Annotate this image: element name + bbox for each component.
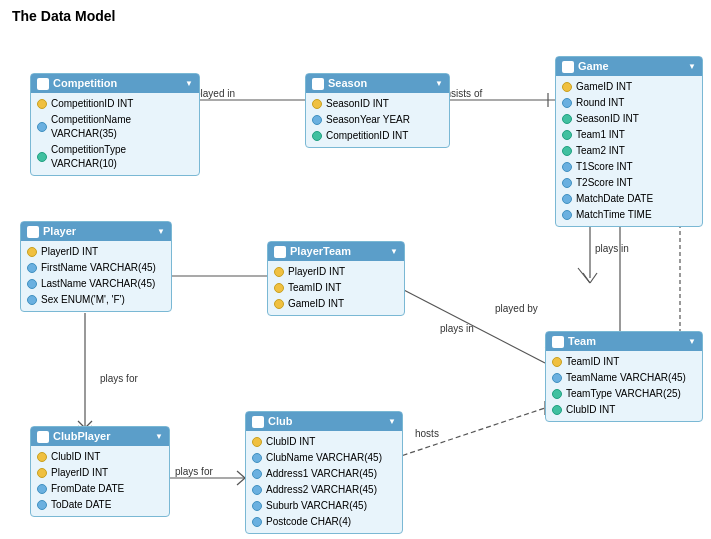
entity-playerteam: PlayerTeam ▼ PlayerID INT TeamID INT Gam…	[267, 241, 405, 316]
entity-season-body: SeasonID INT SeasonYear YEAR Competition…	[306, 93, 449, 147]
svg-line-10	[590, 273, 597, 283]
entity-team-body: TeamID INT TeamName VARCHAR(45) TeamType…	[546, 351, 702, 421]
label-hosts: hosts	[415, 428, 439, 439]
label-plays-for-2: plays for	[175, 466, 213, 477]
label-plays-for-1: plays for	[100, 373, 138, 384]
entity-season: Season ▼ SeasonID INT SeasonYear YEAR Co…	[305, 73, 450, 148]
field-competitionname: CompetitionName VARCHAR(35)	[35, 112, 195, 142]
entity-competition-body: CompetitionID INT CompetitionName VARCHA…	[31, 93, 199, 175]
page-title: The Data Model	[0, 0, 711, 28]
diagram: played in consists of plays in plays in …	[0, 28, 711, 538]
svg-line-11	[578, 268, 590, 283]
entity-clubplayer-body: ClubID INT PlayerID INT FromDate DATE To…	[31, 446, 169, 516]
entity-game-body: GameID INT Round INT SeasonID INT Team1 …	[556, 76, 702, 226]
svg-line-27	[237, 478, 245, 485]
entity-competition: Competition ▼ CompetitionID INT Competit…	[30, 73, 200, 176]
entity-club-body: ClubID INT ClubName VARCHAR(45) Address1…	[246, 431, 402, 533]
label-played-in: played in	[195, 88, 235, 99]
entity-clubplayer: ClubPlayer ▼ ClubID INT PlayerID INT Fro…	[30, 426, 170, 517]
entity-playerteam-header: PlayerTeam ▼	[268, 242, 404, 261]
entity-player-body: PlayerID INT FirstName VARCHAR(45) LastN…	[21, 241, 171, 311]
field-seasonyear: SeasonYear YEAR	[310, 112, 445, 128]
field-competitionid: CompetitionID INT	[35, 96, 195, 112]
entity-game: Game ▼ GameID INT Round INT SeasonID INT…	[555, 56, 703, 227]
entity-team-header: Team ▼	[546, 332, 702, 351]
entity-player-header: Player ▼	[21, 222, 171, 241]
entity-competition-header: Competition ▼	[31, 74, 199, 93]
field-season-competitionid: CompetitionID INT	[310, 128, 445, 144]
entity-playerteam-body: PlayerID INT TeamID INT GameID INT	[268, 261, 404, 315]
field-competitiontype: CompetitionType VARCHAR(10)	[35, 142, 195, 172]
label-plays-in-1: plays in	[595, 243, 629, 254]
svg-line-26	[237, 471, 245, 478]
entity-season-header: Season ▼	[306, 74, 449, 93]
label-played-by: played by	[495, 303, 538, 314]
entity-clubplayer-header: ClubPlayer ▼	[31, 427, 169, 446]
entity-club: Club ▼ ClubID INT ClubName VARCHAR(45) A…	[245, 411, 403, 534]
entity-player: Player ▼ PlayerID INT FirstName VARCHAR(…	[20, 221, 172, 312]
entity-club-header: Club ▼	[246, 412, 402, 431]
label-plays-in-2: plays in	[440, 323, 474, 334]
entity-game-header: Game ▼	[556, 57, 702, 76]
field-seasonid: SeasonID INT	[310, 96, 445, 112]
svg-line-9	[583, 273, 590, 283]
entity-team: Team ▼ TeamID INT TeamName VARCHAR(45) T…	[545, 331, 703, 422]
